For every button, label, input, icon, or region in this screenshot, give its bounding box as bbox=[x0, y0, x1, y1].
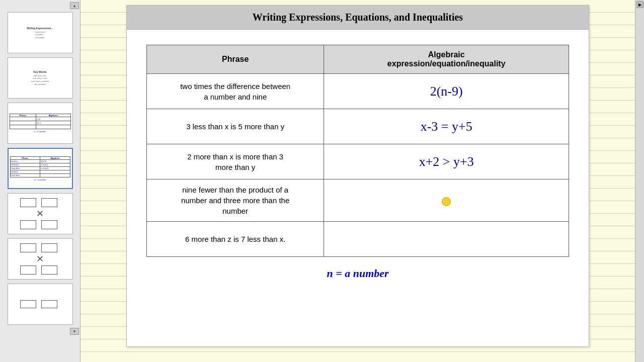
slide-frame: Writing Expressions, Equations, and Ineq… bbox=[126, 5, 589, 347]
phrase-cell-4: nine fewer than the product of anumber a… bbox=[147, 179, 324, 222]
slide-header: Writing Expressions, Equations, and Ineq… bbox=[127, 6, 589, 30]
legend-text: n = a number bbox=[327, 267, 388, 280]
expressions-table: Phrase Algebraicexpression/equation/ineq… bbox=[146, 45, 569, 257]
cursor-indicator bbox=[442, 197, 451, 206]
table-row: nine fewer than the product of anumber a… bbox=[147, 179, 569, 222]
col-header-phrase: Phrase bbox=[147, 45, 324, 74]
slide-thumb-5[interactable]: ✕ bbox=[8, 193, 73, 234]
algebra-cell-4 bbox=[324, 179, 569, 222]
table-row: 3 less than x is 5 more than y x-3 = y+5 bbox=[147, 109, 569, 144]
algebra-cell-3: x+2 > y+3 bbox=[324, 144, 569, 179]
algebra-cell-2: x-3 = y+5 bbox=[324, 109, 569, 144]
col-header-algebraic: Algebraicexpression/equation/inequality bbox=[324, 45, 569, 74]
slide-title: Writing Expressions, Equations, and Ineq… bbox=[137, 12, 579, 23]
scroll-up-button[interactable]: ▲ bbox=[70, 2, 79, 9]
table-row: 2 more than x is more than 3more than y … bbox=[147, 144, 569, 179]
slide-thumb-3[interactable]: PhraseAlgebraic n+4 2n-1 n = a number bbox=[8, 103, 73, 144]
phrase-cell-1: two times the difference betweena number… bbox=[147, 74, 324, 109]
slide-thumb-4[interactable]: PhraseAlgebraic two times...2(n-9) 3 les… bbox=[8, 148, 73, 189]
algebra-cell-5 bbox=[324, 222, 569, 257]
slide-panel: ▲ Writing Expressions... • expression • … bbox=[0, 0, 80, 362]
main-content-area: Writing Expressions, Equations, and Ineq… bbox=[80, 0, 635, 362]
scroll-down-button[interactable]: ▼ bbox=[70, 328, 79, 335]
slide-body: Phrase Algebraicexpression/equation/ineq… bbox=[127, 30, 589, 346]
phrase-cell-3: 2 more than x is more than 3more than y bbox=[147, 144, 324, 179]
slide-thumb-2[interactable]: Key Words add: plus, sum sub: minus, les… bbox=[8, 57, 73, 99]
slide-thumb-6[interactable]: ✕ bbox=[8, 238, 73, 280]
right-scroll-button[interactable]: ▶ bbox=[636, 1, 643, 8]
algebra-cell-1: 2(n-9) bbox=[324, 74, 569, 109]
table-row: 6 more than z is 7 less than x. bbox=[147, 222, 569, 257]
slide-thumb-7[interactable] bbox=[8, 284, 73, 325]
slide-thumb-1[interactable]: Writing Expressions... • expression • eq… bbox=[8, 12, 73, 53]
right-scrollbar: ▶ bbox=[635, 0, 644, 362]
table-row: two times the difference betweena number… bbox=[147, 74, 569, 109]
phrase-cell-2: 3 less than x is 5 more than y bbox=[147, 109, 324, 144]
phrase-cell-5: 6 more than z is 7 less than x. bbox=[147, 222, 324, 257]
